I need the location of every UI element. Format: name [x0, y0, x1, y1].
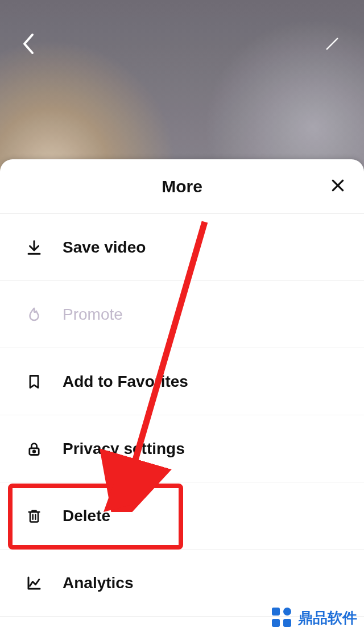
menu-item-delete[interactable]: Delete [0, 482, 364, 550]
svg-point-6 [33, 450, 35, 452]
pencil-icon [324, 36, 340, 53]
flame-icon [23, 303, 46, 326]
svg-line-0 [327, 38, 338, 49]
menu-item-promote[interactable]: Promote [0, 281, 364, 348]
close-icon [330, 178, 345, 195]
download-icon [23, 236, 46, 259]
menu-item-save-video[interactable]: Save video [0, 214, 364, 281]
screen: More Save video Promote [0, 0, 364, 636]
chevron-left-icon [21, 32, 36, 57]
analytics-icon [23, 572, 46, 594]
menu-item-privacy-settings[interactable]: Privacy settings [0, 415, 364, 482]
sheet-title: More [162, 177, 202, 196]
menu-item-analytics[interactable]: Analytics [0, 550, 364, 617]
back-button[interactable] [16, 32, 41, 57]
menu-item-label: Add to Favorites [63, 373, 188, 391]
close-button[interactable] [326, 175, 349, 198]
trash-icon [23, 505, 46, 527]
bookmark-icon [23, 370, 46, 393]
menu-item-label: Promote [63, 305, 123, 324]
edit-button[interactable] [320, 32, 345, 57]
menu-item-label: Save video [63, 238, 146, 257]
svg-rect-7 [30, 512, 38, 522]
lock-icon [23, 437, 46, 460]
menu-item-label: Delete [63, 507, 110, 525]
menu-list: Save video Promote Add to Favorites Priv… [0, 214, 364, 636]
menu-item-label: Privacy settings [63, 440, 185, 458]
more-options-sheet: More Save video Promote [0, 159, 364, 636]
menu-item-label: Analytics [63, 574, 134, 592]
menu-item-add-favorites[interactable]: Add to Favorites [0, 348, 364, 415]
menu-item-pin[interactable]: Pin [0, 617, 364, 636]
sheet-header: More [0, 159, 364, 214]
